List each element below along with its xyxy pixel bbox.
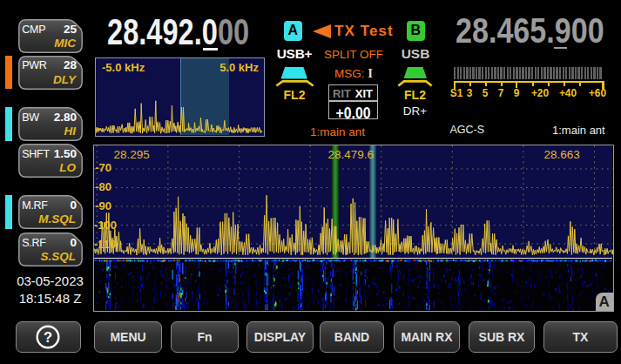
svg-text:?: ? (44, 329, 52, 345)
